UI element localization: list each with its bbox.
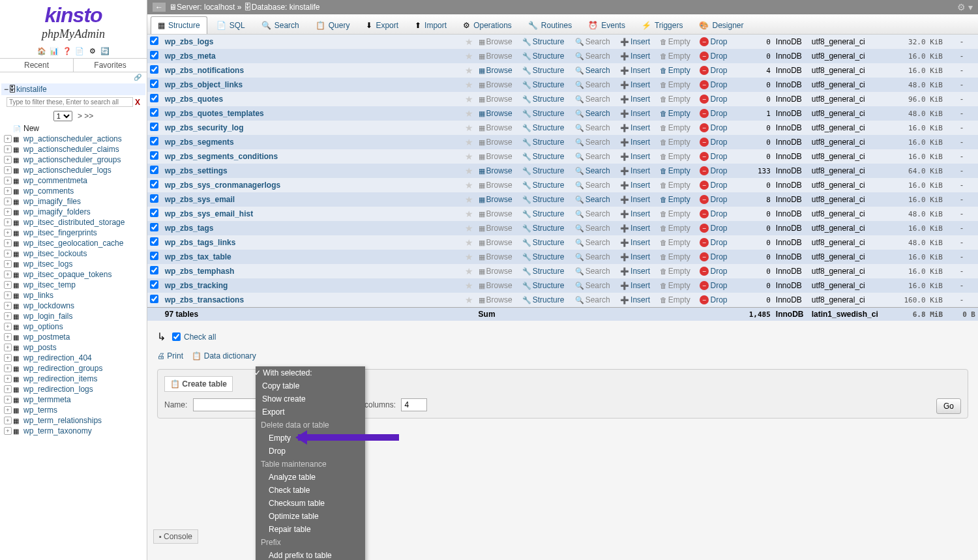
star-icon[interactable]: ★ (465, 80, 473, 90)
expand-icon[interactable]: + (4, 302, 12, 310)
expand-icon[interactable]: + (4, 229, 12, 237)
drop-action[interactable]: −Drop (700, 109, 727, 118)
insert-action[interactable]: ➕Insert (620, 224, 650, 233)
table-link[interactable]: wp_terms (23, 405, 57, 415)
row-checkbox[interactable] (150, 123, 158, 131)
expand-icon[interactable]: + (4, 239, 12, 247)
row-checkbox[interactable] (150, 108, 158, 117)
search-action[interactable]: 🔍Search (575, 238, 610, 247)
table-link[interactable]: wp_actionscheduler_groups (23, 155, 121, 164)
star-icon[interactable]: ★ (465, 151, 473, 162)
tree-table-item[interactable]: +▦wp_term_relationships (1, 415, 145, 426)
insert-action[interactable]: ➕Insert (620, 195, 650, 204)
recent-link[interactable]: Recent (0, 59, 74, 72)
structure-action[interactable]: 🔧Structure (522, 295, 565, 304)
tab-events[interactable]: ⏰Events (581, 16, 632, 34)
drop-action[interactable]: −Drop (700, 252, 727, 261)
table-link[interactable]: wp_login_fails (23, 312, 72, 321)
filter-input[interactable] (7, 97, 133, 107)
tab-query[interactable]: 📋Query (308, 16, 357, 34)
search-action[interactable]: 🔍Search (575, 195, 610, 204)
row-checkbox[interactable] (150, 223, 158, 231)
empty-action[interactable]: 🗑Empty (660, 37, 690, 46)
dropdown-copy[interactable]: Copy table (256, 379, 365, 392)
tree-table-item[interactable]: +▦wp_redirection_groups (1, 363, 145, 374)
structure-action[interactable]: 🔧Structure (522, 95, 565, 104)
dropdown-checksum[interactable]: Checksum table (256, 497, 365, 510)
search-action[interactable]: 🔍Search (575, 66, 610, 75)
tree-table-item[interactable]: +▦wp_imagify_files (1, 196, 145, 207)
drop-action[interactable]: −Drop (700, 195, 727, 204)
star-icon[interactable]: ★ (465, 166, 473, 176)
star-icon[interactable]: ★ (465, 94, 473, 104)
structure-action[interactable]: 🔧Structure (522, 281, 565, 290)
expand-icon[interactable]: + (4, 281, 12, 289)
empty-action[interactable]: 🗑Empty (660, 152, 690, 161)
expand-icon[interactable]: + (4, 333, 12, 341)
structure-action[interactable]: 🔧Structure (522, 252, 565, 261)
table-name-link[interactable]: wp_zbs_tax_table (165, 252, 231, 261)
drop-action[interactable]: −Drop (700, 95, 727, 104)
expand-icon[interactable]: + (4, 198, 12, 205)
browse-action[interactable]: ▦Browse (479, 281, 512, 290)
favorites-link[interactable]: Favorites (74, 59, 147, 72)
expand-icon[interactable]: + (4, 323, 12, 331)
insert-action[interactable]: ➕Insert (620, 267, 650, 276)
insert-action[interactable]: ➕Insert (620, 138, 650, 147)
empty-action[interactable]: 🗑Empty (660, 195, 690, 204)
expand-icon[interactable]: + (4, 427, 12, 435)
table-name-link[interactable]: wp_zbs_quotes_templates (165, 109, 264, 118)
drop-action[interactable]: −Drop (700, 267, 727, 276)
drop-action[interactable]: −Drop (700, 209, 727, 218)
drop-action[interactable]: −Drop (700, 123, 727, 132)
insert-action[interactable]: ➕Insert (620, 281, 650, 290)
dropdown-show-create[interactable]: Show create (256, 392, 365, 405)
empty-action[interactable]: 🗑Empty (660, 123, 690, 132)
table-link[interactable]: wp_redirection_404 (23, 353, 92, 362)
expand-icon[interactable]: + (4, 354, 12, 362)
expand-icon[interactable]: + (4, 166, 12, 174)
go-button[interactable]: Go (936, 398, 961, 414)
expand-icon[interactable]: + (4, 177, 12, 184)
dropdown-check[interactable]: Check table (256, 484, 365, 497)
table-link[interactable]: wp_commentmeta (23, 176, 87, 185)
table-name-link[interactable]: wp_zbs_tags (165, 224, 214, 233)
expand-icon[interactable]: + (4, 145, 12, 153)
with-selected-dropdown[interactable]: With selected: Copy table Show create Ex… (256, 366, 365, 560)
search-action[interactable]: 🔍Search (575, 295, 610, 304)
insert-action[interactable]: ➕Insert (620, 123, 650, 132)
drop-action[interactable]: −Drop (700, 80, 727, 89)
page-settings-icon[interactable]: ⚙ ▾ (957, 2, 973, 12)
structure-action[interactable]: 🔧Structure (522, 80, 565, 89)
search-action[interactable]: 🔍Search (575, 166, 610, 175)
drop-action[interactable]: −Drop (700, 152, 727, 161)
columns-input[interactable] (401, 398, 427, 411)
table-name-link[interactable]: wp_zbs_object_links (165, 80, 243, 89)
table-link[interactable]: wp_itsec_logs (23, 259, 72, 269)
row-checkbox[interactable] (150, 166, 158, 174)
table-name-link[interactable]: wp_zbs_notifications (165, 66, 244, 75)
empty-action[interactable]: 🗑Empty (660, 281, 690, 290)
table-link[interactable]: wp_redirection_groups (23, 364, 102, 373)
browse-action[interactable]: ▦Browse (479, 152, 512, 161)
expand-icon[interactable]: + (4, 260, 12, 268)
browse-action[interactable]: ▦Browse (479, 80, 512, 89)
collapse-icon[interactable]: − (4, 85, 8, 94)
structure-action[interactable]: 🔧Structure (522, 37, 565, 46)
search-action[interactable]: 🔍Search (575, 152, 610, 161)
row-checkbox[interactable] (150, 137, 158, 145)
tree-table-item[interactable]: +▦wp_redirection_items (1, 374, 145, 384)
expand-icon[interactable]: + (4, 250, 12, 258)
tree-table-item[interactable]: +▦wp_options (1, 321, 145, 332)
tab-import[interactable]: ⬆Import (408, 16, 454, 34)
expand-icon[interactable]: + (4, 135, 12, 143)
row-checkbox[interactable] (150, 209, 158, 217)
table-name-link[interactable]: wp_zbs_sys_cronmanagerlogs (165, 181, 280, 190)
table-link[interactable]: wp_term_relationships (23, 416, 102, 425)
tree-table-item[interactable]: +▦wp_postmeta (1, 332, 145, 342)
search-action[interactable]: 🔍Search (575, 52, 610, 61)
table-name-link[interactable]: wp_zbs_segments_conditions (165, 152, 278, 161)
db-link[interactable]: kinstalife (289, 3, 320, 12)
drop-action[interactable]: −Drop (700, 37, 727, 46)
dropdown-optimize[interactable]: Optimize table (256, 510, 365, 523)
